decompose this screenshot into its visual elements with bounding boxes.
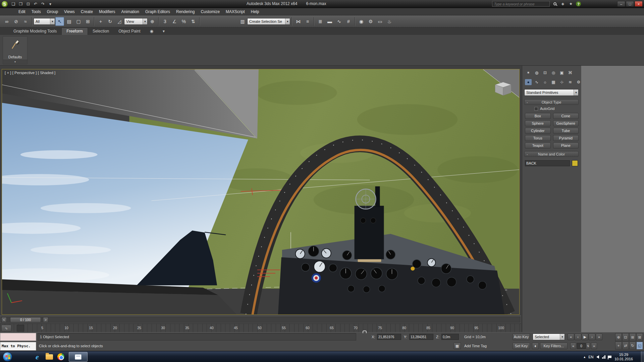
qat-dropdown-icon[interactable]: ▾ — [47, 1, 54, 7]
zoom-all-icon[interactable]: ⊞ — [629, 333, 636, 341]
tab-freeform[interactable]: Freeform — [61, 27, 88, 35]
app-logo-icon[interactable]: S — [1, 1, 8, 7]
communication-center-icon[interactable]: ◈ — [560, 1, 566, 7]
tab-selection[interactable]: Selection — [88, 28, 114, 35]
current-frame-marker[interactable] — [17, 325, 24, 331]
maxscript-mini-listener[interactable]: Max to Physc. — [0, 342, 36, 351]
reference-coordinate-dropdown[interactable]: View ▾ — [124, 18, 148, 25]
maximize-viewport-toggle-icon[interactable]: ◱ — [636, 342, 643, 350]
torus-button[interactable]: Torus — [525, 135, 551, 141]
network-icon[interactable] — [602, 355, 605, 359]
window-crossing-icon[interactable]: ⊞ — [84, 17, 92, 26]
box-button[interactable]: Box — [525, 113, 551, 119]
add-time-tag[interactable]: Add Time Tag — [464, 344, 487, 348]
minimize-button[interactable]: – — [617, 1, 625, 7]
zoom-icon[interactable]: ⊕ — [615, 333, 622, 341]
cameras-category-icon[interactable]: ▦ — [550, 79, 557, 85]
key-filters-button[interactable]: Key Filters... — [540, 343, 568, 349]
current-frame-field[interactable] — [577, 343, 586, 349]
save-file-icon[interactable]: ⊡ — [25, 1, 32, 7]
time-back-button[interactable]: < — [1, 317, 7, 322]
tab-object-paint[interactable]: Object Paint — [114, 28, 145, 35]
angle-snap-icon[interactable]: ∠ — [170, 17, 179, 26]
menu-tools[interactable]: Tools — [29, 8, 44, 15]
rendered-frame-window-icon[interactable]: ▭ — [376, 17, 384, 26]
mirror-icon[interactable]: ⋈ — [294, 17, 303, 26]
show-hidden-icons[interactable]: ▴ — [584, 355, 585, 359]
go-to-end-icon[interactable]: » — [596, 334, 602, 340]
menu-help[interactable]: Help — [248, 8, 262, 15]
next-frame-icon[interactable]: › — [589, 334, 595, 340]
explorer-folder-icon[interactable] — [44, 352, 54, 361]
language-indicator[interactable]: EN — [588, 355, 593, 359]
curve-editor-icon[interactable]: ∿ — [335, 17, 343, 26]
motion-tab-icon[interactable]: ◎ — [550, 70, 557, 76]
time-slider-handle[interactable]: 0 / 100 — [10, 317, 41, 322]
macro-recorder-field[interactable] — [0, 333, 36, 341]
help-icon[interactable]: ? — [576, 1, 581, 6]
select-and-manipulate-icon[interactable]: ⊕ — [148, 17, 157, 26]
show-desktop-button[interactable] — [641, 351, 644, 362]
object-color-swatch[interactable] — [572, 160, 578, 166]
go-to-start-icon[interactable]: « — [568, 334, 574, 340]
align-icon[interactable]: ≡ — [303, 17, 312, 26]
infocenter-search-input[interactable] — [492, 1, 550, 7]
time-slider-track[interactable] — [1, 317, 520, 322]
new-file-icon[interactable]: ❏ — [10, 1, 17, 7]
schematic-view-icon[interactable]: # — [344, 17, 353, 26]
material-editor-icon[interactable]: ◉ — [357, 17, 366, 26]
frame-spinner[interactable]: ⇅ — [586, 343, 590, 349]
object-type-rollout[interactable]: - Object Type — [524, 99, 579, 105]
tube-button[interactable]: Tube — [553, 128, 579, 134]
menu-maxscript[interactable]: MAXScript — [223, 8, 248, 15]
z-coordinate-field[interactable] — [441, 334, 459, 340]
taskbar-app-3dsmax[interactable] — [69, 352, 88, 362]
name-color-rollout[interactable]: - Name and Color — [524, 151, 579, 157]
spinner-snap-icon[interactable]: ⇅ — [189, 17, 198, 26]
snaps-toggle-icon[interactable]: 3 — [161, 17, 169, 26]
cone-button[interactable]: Cone — [553, 113, 579, 119]
defaults-panel[interactable]: Defaults ▾ — [3, 36, 28, 64]
keyboard-override-icon[interactable]: ▦ — [453, 343, 461, 349]
edit-named-sets-icon[interactable]: ▥ — [238, 17, 247, 26]
shapes-category-icon[interactable]: ∿ — [533, 79, 540, 85]
render-setup-icon[interactable]: ⚙ — [366, 17, 375, 26]
maximize-button[interactable]: □ — [626, 1, 634, 7]
undo-icon[interactable]: ↶ — [32, 1, 39, 7]
select-object-icon[interactable]: ↖ — [55, 17, 64, 26]
track-bar[interactable]: ∿ 5 10 15 20 25 30 35 40 45 50 55 60 65 … — [0, 323, 521, 332]
geosphere-button[interactable]: GeoSphere — [553, 120, 579, 126]
percent-snap-icon[interactable]: % — [179, 17, 188, 26]
hierarchy-tab-icon[interactable]: ⊟ — [542, 70, 548, 76]
geometry-category-icon[interactable]: ● — [525, 79, 532, 85]
modify-tab-icon[interactable]: ◍ — [533, 70, 540, 76]
start-button[interactable] — [3, 352, 12, 362]
defaults-panel-expand-icon[interactable]: ▾ — [3, 60, 27, 64]
select-by-name-icon[interactable]: ▤ — [65, 17, 73, 26]
space-warps-category-icon[interactable]: ≋ — [567, 79, 574, 85]
menu-group[interactable]: Group — [44, 8, 61, 15]
set-key-button[interactable]: Set Key — [513, 343, 530, 349]
field-of-view-icon[interactable]: ⊠ — [636, 333, 643, 341]
search-icon[interactable] — [552, 1, 558, 7]
tab-graphite-modeling-tools[interactable]: Graphite Modeling Tools — [9, 28, 61, 35]
favorites-star-icon[interactable]: ★ — [568, 1, 574, 7]
menu-animation[interactable]: Animation — [118, 8, 142, 15]
teapot-button[interactable]: Teapot — [525, 142, 551, 148]
action-center-flag-icon[interactable] — [608, 356, 611, 358]
unlink-selection-icon[interactable]: ⊘ — [12, 17, 20, 26]
auto-key-button[interactable]: Auto Key — [513, 334, 530, 340]
object-name-field[interactable] — [525, 160, 570, 166]
set-key-mode-icon[interactable]: ♦ — [532, 343, 539, 349]
lights-category-icon[interactable]: ☼ — [542, 79, 548, 85]
selection-filter-dropdown[interactable]: All ▾ — [34, 18, 55, 25]
walk-through-icon[interactable]: ⇄ — [622, 342, 629, 350]
menu-edit[interactable]: Edit — [15, 8, 29, 15]
open-file-icon[interactable]: ❒ — [17, 1, 24, 7]
play-icon[interactable]: ▶ — [582, 334, 588, 340]
menu-rendering[interactable]: Rendering — [173, 8, 198, 15]
display-tab-icon[interactable]: ▣ — [558, 70, 565, 76]
systems-category-icon[interactable]: ⚙ — [575, 79, 582, 85]
menu-create[interactable]: Create — [78, 8, 96, 15]
previous-frame-icon[interactable]: ‹ — [575, 334, 581, 340]
